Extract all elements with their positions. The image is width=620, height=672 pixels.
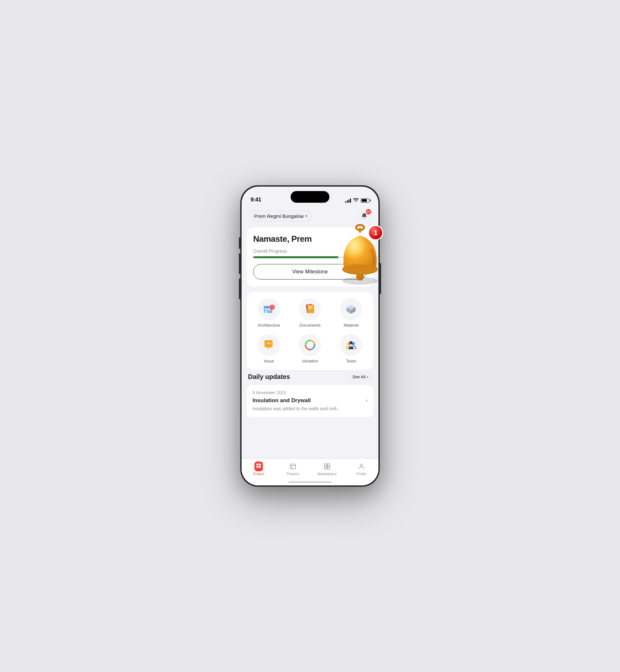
scene: 1 9:41	[241, 185, 379, 487]
issue-icon: !	[263, 339, 275, 351]
team-icon-wrap	[340, 334, 362, 356]
architecture-icon-wrap: ↑	[258, 298, 280, 320]
svg-text:↑: ↑	[271, 306, 273, 309]
chevron-down-icon: ▾	[306, 214, 307, 218]
marketplace-icon	[323, 463, 331, 470]
project-tab-icon	[254, 462, 263, 470]
variation-label: Variation	[302, 358, 318, 363]
svg-marker-33	[314, 344, 316, 345]
quick-actions-grid: ↑ Architecture	[247, 292, 373, 370]
svg-rect-48	[324, 467, 327, 469]
daily-updates-title: Daily updates	[248, 373, 290, 381]
bell-3d-decoration: 1	[324, 218, 396, 289]
wifi-icon	[353, 198, 358, 203]
update-card[interactable]: 5 November 2023 Insulation and Drywall ›…	[247, 385, 373, 417]
action-item-documents[interactable]: Documents	[291, 298, 329, 328]
see-all-button[interactable]: See All ›	[349, 373, 372, 381]
tab-finance[interactable]: Finance	[276, 462, 310, 476]
svg-point-50	[360, 464, 362, 466]
svg-point-6	[357, 274, 363, 280]
update-description: Insulation was added to the walls and ce…	[253, 406, 367, 412]
tab-project[interactable]: Project	[242, 462, 276, 476]
material-icon-wrap	[340, 298, 362, 320]
architecture-label: Architecture	[258, 323, 280, 328]
issue-label: Issue	[264, 358, 274, 363]
finance-tab-label: Finance	[287, 472, 299, 476]
see-all-chevron-icon: ›	[367, 375, 368, 379]
material-icon	[345, 303, 357, 316]
daily-updates-section: Daily updates See All › 5 November 2023 …	[247, 373, 373, 417]
action-item-architecture[interactable]: ↑ Architecture	[250, 298, 288, 328]
tab-marketplace[interactable]: Marketplace	[310, 462, 344, 476]
signal-bar-3	[349, 200, 349, 203]
signal-bars-icon	[345, 199, 351, 203]
svg-rect-20	[308, 306, 313, 306]
update-chevron-icon: ›	[366, 397, 367, 404]
volume-up-button	[239, 254, 240, 274]
battery-fill	[362, 199, 367, 202]
action-item-material[interactable]: Material	[332, 298, 370, 328]
svg-rect-21	[308, 307, 313, 308]
svg-rect-47	[327, 464, 330, 466]
battery-icon	[361, 199, 369, 203]
svg-rect-46	[324, 464, 327, 466]
signal-bar-2	[347, 201, 348, 203]
team-label: Team	[346, 358, 356, 363]
svg-rect-12	[265, 309, 267, 311]
svg-rect-38	[256, 463, 258, 465]
svg-text:!: !	[268, 341, 269, 345]
svg-rect-39	[259, 463, 261, 465]
volume-down-button	[239, 279, 240, 299]
home-indicator	[289, 481, 331, 483]
svg-rect-41	[259, 466, 261, 468]
home-icon	[256, 463, 262, 469]
team-icon	[345, 339, 357, 351]
see-all-label: See All	[352, 375, 365, 379]
svg-text:1: 1	[374, 228, 377, 237]
issue-icon-wrap: !	[258, 334, 280, 356]
svg-rect-40	[256, 466, 258, 468]
update-title: Insulation and Drywall	[253, 397, 311, 404]
svg-rect-13	[268, 309, 270, 311]
status-time: 9:41	[251, 197, 261, 203]
signal-bar-1	[345, 202, 346, 203]
profile-tab-label: Profile	[356, 472, 366, 476]
documents-icon	[304, 303, 316, 316]
material-label: Material	[344, 323, 358, 328]
svg-point-30	[270, 343, 271, 344]
signal-bar-4	[350, 199, 351, 203]
dynamic-island	[291, 191, 329, 203]
actions-grid-container: ↑ Architecture	[250, 298, 370, 363]
update-date: 5 November 2023	[253, 390, 367, 395]
svg-point-37	[349, 341, 353, 344]
project-tab-label: Project	[253, 472, 264, 476]
svg-marker-34	[309, 349, 310, 351]
project-selector[interactable]: Prem Regmi Bungalow ▾	[249, 211, 312, 222]
action-item-issue[interactable]: ! Issue	[250, 334, 288, 363]
svg-rect-2	[359, 228, 361, 233]
svg-rect-49	[327, 467, 330, 469]
status-icons	[345, 198, 369, 203]
profile-icon	[358, 463, 365, 470]
documents-icon-wrap	[299, 298, 321, 320]
finance-icon	[289, 463, 297, 470]
svg-rect-22	[308, 309, 311, 309]
variation-icon-wrap	[299, 334, 321, 356]
marketplace-tab-label: Marketplace	[317, 472, 337, 476]
svg-rect-14	[265, 311, 267, 313]
progress-label: Overall Progress	[253, 248, 287, 254]
mute-button	[239, 237, 240, 249]
project-name: Prem Regmi Bungalow	[254, 213, 304, 219]
notification-badge: 9+	[366, 209, 371, 215]
daily-updates-header: Daily updates See All ›	[247, 373, 373, 381]
action-item-variation[interactable]: Variation	[291, 334, 329, 363]
update-title-row: Insulation and Drywall ›	[253, 397, 367, 404]
documents-label: Documents	[299, 323, 321, 328]
architecture-icon: ↑	[263, 303, 275, 316]
variation-icon	[304, 339, 316, 351]
profile-tab-icon	[357, 462, 366, 470]
marketplace-tab-icon	[323, 462, 331, 470]
tab-profile[interactable]: Profile	[344, 462, 378, 476]
finance-tab-icon	[289, 462, 297, 470]
action-item-team[interactable]: Team	[332, 334, 370, 363]
